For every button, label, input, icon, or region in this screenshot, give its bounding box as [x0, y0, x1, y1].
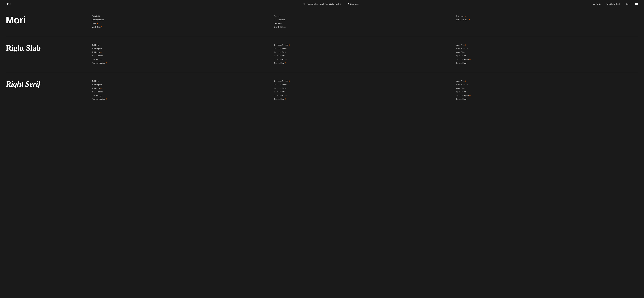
variant-col-1-2: Wide FineWide MediumWide BlackSpatial Fi… [456, 44, 638, 64]
variant-item[interactable]: Extralight Italic [92, 19, 274, 21]
variant-item[interactable]: Wide Black [456, 87, 638, 89]
variant-dot-icon [106, 62, 107, 63]
variant-label: Compact Dark [274, 51, 286, 53]
variant-item[interactable]: Tall Fine [92, 80, 274, 82]
variant-item[interactable]: Casual Light [274, 91, 456, 93]
variant-item[interactable]: Spatial Fine [456, 55, 638, 57]
variant-label: Semibold Italic [274, 26, 286, 28]
variant-item[interactable]: Tight Medium [92, 55, 274, 57]
variant-item[interactable]: Tall Black [92, 87, 274, 89]
variant-item[interactable]: Spatial Regular [456, 58, 638, 60]
variant-item[interactable]: Spatial Black [456, 98, 638, 100]
variant-col-2-1: Compact RegularCompact BlackCompact Dark… [274, 80, 456, 100]
variant-item[interactable]: Extralight [92, 15, 274, 17]
variant-item[interactable]: Narrow Light [92, 94, 274, 96]
variant-item[interactable]: Wide Medium [456, 84, 638, 86]
variant-item[interactable]: Wide Medium [456, 47, 638, 50]
variant-item[interactable]: Wide Fine [456, 44, 638, 46]
variant-label: Tall Fine [92, 44, 99, 46]
variant-label: Spatial Black [456, 62, 467, 64]
variant-label: Extralight Italic [92, 19, 104, 21]
variant-item[interactable]: Spatial Regular [456, 94, 638, 96]
menu-icon[interactable] [635, 3, 638, 4]
variant-item[interactable]: Extrabold Italic [456, 19, 638, 21]
variant-col-0-1: RegularRegular ItalicSemiboldSemibold It… [274, 15, 456, 28]
variant-col-1-0: Tall FineTall RegularTall BlackTight Med… [92, 44, 274, 64]
variant-dot-icon [101, 26, 102, 27]
variant-dot-icon [289, 81, 290, 82]
variant-col-2-2: Wide FineWide MediumWide BlackSpatial Fi… [456, 80, 638, 100]
variant-item[interactable]: Casual Light [274, 55, 456, 57]
variant-label: Compact Black [274, 84, 287, 86]
variant-item[interactable]: Wide Black [456, 51, 638, 53]
logo[interactable]: PP●F [6, 3, 11, 5]
variant-item[interactable]: Spatial Fine [456, 91, 638, 93]
variant-label: Wide Medium [456, 84, 468, 86]
variant-label: Narrow Light [92, 94, 103, 96]
variant-dot-icon [97, 23, 98, 24]
variant-col-0-0: ExtralightExtralight ItalicBookBook Ital… [92, 15, 274, 28]
menu-line-1 [635, 3, 638, 3]
page-title: The Pangram Pangram® Font Starter Pack 5 [303, 3, 341, 5]
variant-dot-icon [470, 59, 470, 60]
variant-item[interactable]: Compact Black [274, 84, 456, 86]
variant-label: Compact Black [274, 47, 287, 50]
variant-label: Casual Light [274, 91, 284, 93]
variant-label: Wide Fine [456, 44, 464, 46]
variant-item[interactable]: Compact Dark [274, 51, 456, 53]
variant-dot-icon [106, 99, 107, 100]
variant-dot-icon [285, 62, 286, 63]
mode-toggle[interactable]: Light Mode [348, 3, 360, 5]
variant-label: Casual Bold [274, 98, 284, 100]
menu-line-2 [635, 4, 638, 4]
variant-item[interactable]: Tight Medium [92, 91, 274, 93]
variant-item[interactable]: Narrow Light [92, 58, 274, 60]
variant-item[interactable]: Regular Italic [274, 19, 456, 21]
variant-label: Spatial Fine [456, 91, 466, 93]
variant-item[interactable]: Compact Dark [274, 87, 456, 89]
variant-label: Spatial Regular [456, 58, 469, 60]
variant-label: Tight Medium [92, 91, 103, 93]
variant-dot-icon [289, 44, 290, 45]
variant-item[interactable]: Semibold [274, 22, 456, 24]
font-section-right-slab: Right SlabTall FineTall RegularTall Blac… [0, 37, 644, 73]
variant-item[interactable]: Extrabold [456, 15, 638, 17]
variant-item[interactable]: Casual Medium [274, 58, 456, 60]
variant-item[interactable]: Spatial Black [456, 62, 638, 64]
variant-item[interactable]: Compact Regular [274, 44, 456, 46]
variant-label: Semibold [274, 22, 282, 24]
variant-item[interactable]: Semibold Italic [274, 26, 456, 28]
variant-item[interactable]: Casual Bold [274, 98, 456, 100]
variant-item[interactable]: Casual Bold [274, 62, 456, 64]
variant-label: Spatial Fine [456, 55, 466, 57]
variant-label: Narrow Medium [92, 98, 105, 100]
variant-item[interactable]: Casual Medium [274, 94, 456, 96]
all-fonts-link[interactable]: All Fonts [594, 3, 601, 5]
variant-label: Casual Medium [274, 58, 287, 60]
cart-label[interactable]: Cart0 [626, 2, 630, 5]
variant-item[interactable]: Compact Regular [274, 80, 456, 82]
variant-item[interactable]: Regular [274, 15, 456, 17]
variant-item[interactable]: Narrow Medium [92, 98, 274, 100]
variant-label: Tight Medium [92, 55, 103, 57]
variant-item[interactable]: Tall Regular [92, 47, 274, 50]
font-name-mori: Mori [6, 15, 92, 25]
font-starter-pack-link[interactable]: Font Starter Pack [606, 3, 620, 5]
variant-item[interactable]: Compact Black [274, 47, 456, 50]
variant-label: Tall Regular [92, 47, 102, 50]
variant-dot-icon [100, 88, 102, 89]
variant-item[interactable]: Tall Regular [92, 84, 274, 86]
variant-item[interactable]: Tall Black [92, 51, 274, 53]
variant-item[interactable]: Book Italic [92, 26, 274, 28]
variant-label: Casual Bold [274, 62, 284, 64]
variant-label: Narrow Light [92, 58, 103, 60]
variant-label: Book [92, 22, 96, 24]
variant-label: Extrabold Italic [456, 19, 468, 21]
variant-item[interactable]: Book [92, 22, 274, 24]
variant-item[interactable]: Narrow Medium [92, 62, 274, 64]
variant-item[interactable]: Wide Fine [456, 80, 638, 82]
variant-dot-icon [469, 19, 470, 20]
variant-item[interactable]: Tall Fine [92, 44, 274, 46]
variant-label: Spatial Regular [456, 94, 469, 96]
variant-label: Wide Black [456, 51, 466, 53]
